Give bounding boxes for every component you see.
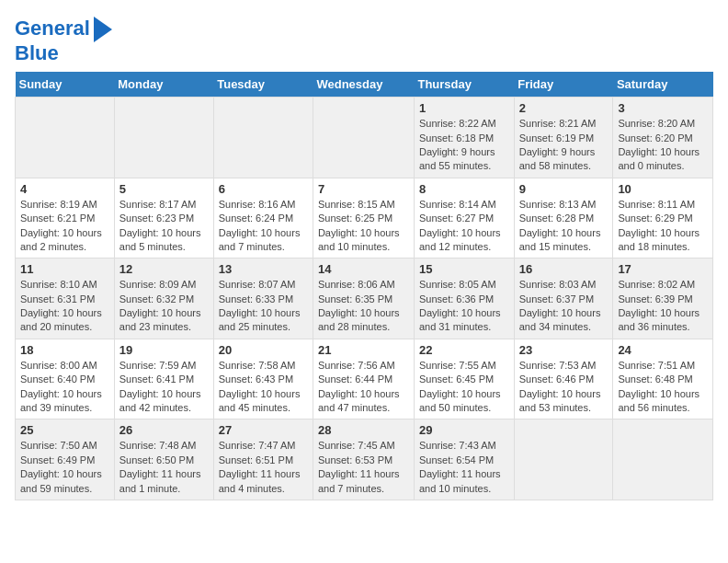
calendar-cell: 28Sunrise: 7:45 AMSunset: 6:53 PMDayligh… xyxy=(313,419,414,500)
calendar-cell xyxy=(16,98,115,178)
calendar-cell: 16Sunrise: 8:03 AMSunset: 6:37 PMDayligh… xyxy=(514,259,613,339)
calendar-cell: 24Sunrise: 7:51 AMSunset: 6:48 PMDayligh… xyxy=(613,339,713,419)
day-detail: Sunrise: 8:13 AMSunset: 6:28 PMDaylight:… xyxy=(519,198,609,255)
day-detail: Sunrise: 7:55 AMSunset: 6:45 PMDaylight:… xyxy=(419,359,509,416)
calendar-cell: 27Sunrise: 7:47 AMSunset: 6:51 PMDayligh… xyxy=(213,419,313,500)
calendar-cell: 12Sunrise: 8:09 AMSunset: 6:32 PMDayligh… xyxy=(114,259,213,339)
calendar-header-row: SundayMondayTuesdayWednesdayThursdayFrid… xyxy=(16,72,713,98)
calendar-cell: 18Sunrise: 8:00 AMSunset: 6:40 PMDayligh… xyxy=(16,339,115,419)
calendar-cell xyxy=(213,98,313,178)
calendar-cell: 14Sunrise: 8:06 AMSunset: 6:35 PMDayligh… xyxy=(313,259,414,339)
calendar-cell: 10Sunrise: 8:11 AMSunset: 6:29 PMDayligh… xyxy=(613,178,713,259)
day-number: 11 xyxy=(20,262,109,276)
day-detail: Sunrise: 8:00 AMSunset: 6:40 PMDaylight:… xyxy=(20,359,109,416)
calendar-cell xyxy=(514,419,613,500)
day-number: 17 xyxy=(618,262,708,276)
day-number: 10 xyxy=(618,182,708,196)
day-detail: Sunrise: 7:53 AMSunset: 6:46 PMDaylight:… xyxy=(519,359,609,416)
day-detail: Sunrise: 7:48 AMSunset: 6:50 PMDaylight:… xyxy=(119,439,209,496)
day-number: 5 xyxy=(119,182,209,196)
calendar-cell: 8Sunrise: 8:14 AMSunset: 6:27 PMDaylight… xyxy=(414,178,514,259)
logo-general: General xyxy=(15,17,90,40)
day-detail: Sunrise: 8:20 AMSunset: 6:20 PMDaylight:… xyxy=(618,117,708,174)
header-friday: Friday xyxy=(514,72,613,98)
calendar-week-2: 4Sunrise: 8:19 AMSunset: 6:21 PMDaylight… xyxy=(16,178,713,259)
calendar-cell xyxy=(613,419,713,500)
day-number: 19 xyxy=(119,343,209,357)
calendar-cell: 20Sunrise: 7:58 AMSunset: 6:43 PMDayligh… xyxy=(213,339,313,419)
calendar-cell: 25Sunrise: 7:50 AMSunset: 6:49 PMDayligh… xyxy=(16,419,115,500)
calendar-cell: 4Sunrise: 8:19 AMSunset: 6:21 PMDaylight… xyxy=(16,178,115,259)
day-number: 2 xyxy=(519,101,609,115)
day-detail: Sunrise: 8:10 AMSunset: 6:31 PMDaylight:… xyxy=(20,278,109,335)
day-number: 25 xyxy=(20,423,109,437)
day-number: 23 xyxy=(519,343,609,357)
day-detail: Sunrise: 7:51 AMSunset: 6:48 PMDaylight:… xyxy=(618,359,708,416)
header-wednesday: Wednesday xyxy=(313,72,414,98)
day-number: 14 xyxy=(318,262,409,276)
calendar-cell: 23Sunrise: 7:53 AMSunset: 6:46 PMDayligh… xyxy=(514,339,613,419)
calendar-cell: 9Sunrise: 8:13 AMSunset: 6:28 PMDaylight… xyxy=(514,178,613,259)
day-detail: Sunrise: 8:17 AMSunset: 6:23 PMDaylight:… xyxy=(119,198,209,255)
calendar-cell xyxy=(313,98,414,178)
calendar-cell: 11Sunrise: 8:10 AMSunset: 6:31 PMDayligh… xyxy=(16,259,115,339)
day-detail: Sunrise: 8:14 AMSunset: 6:27 PMDaylight:… xyxy=(419,198,509,255)
day-number: 20 xyxy=(219,343,308,357)
logo-blue: Blue xyxy=(15,42,59,64)
day-detail: Sunrise: 8:07 AMSunset: 6:33 PMDaylight:… xyxy=(219,278,308,335)
day-number: 3 xyxy=(618,101,708,115)
day-detail: Sunrise: 8:09 AMSunset: 6:32 PMDaylight:… xyxy=(119,278,209,335)
calendar-cell: 5Sunrise: 8:17 AMSunset: 6:23 PMDaylight… xyxy=(114,178,213,259)
day-number: 8 xyxy=(419,182,509,196)
day-detail: Sunrise: 7:56 AMSunset: 6:44 PMDaylight:… xyxy=(318,359,409,416)
day-number: 7 xyxy=(318,182,409,196)
calendar-cell: 17Sunrise: 8:02 AMSunset: 6:39 PMDayligh… xyxy=(613,259,713,339)
day-detail: Sunrise: 8:02 AMSunset: 6:39 PMDaylight:… xyxy=(618,278,708,335)
day-number: 9 xyxy=(519,182,609,196)
day-detail: Sunrise: 7:50 AMSunset: 6:49 PMDaylight:… xyxy=(20,439,109,496)
day-number: 16 xyxy=(519,262,609,276)
day-detail: Sunrise: 8:15 AMSunset: 6:25 PMDaylight:… xyxy=(318,198,409,255)
day-detail: Sunrise: 8:19 AMSunset: 6:21 PMDaylight:… xyxy=(20,198,109,255)
logo: General Blue xyxy=(15,15,112,64)
day-number: 28 xyxy=(318,423,409,437)
calendar-cell: 2Sunrise: 8:21 AMSunset: 6:19 PMDaylight… xyxy=(514,98,613,178)
header-monday: Monday xyxy=(114,72,213,98)
calendar-cell: 7Sunrise: 8:15 AMSunset: 6:25 PMDaylight… xyxy=(313,178,414,259)
calendar-week-5: 25Sunrise: 7:50 AMSunset: 6:49 PMDayligh… xyxy=(16,419,713,500)
day-number: 21 xyxy=(318,343,409,357)
day-detail: Sunrise: 7:47 AMSunset: 6:51 PMDaylight:… xyxy=(219,439,308,496)
day-detail: Sunrise: 7:58 AMSunset: 6:43 PMDaylight:… xyxy=(219,359,308,416)
header-thursday: Thursday xyxy=(414,72,514,98)
day-number: 13 xyxy=(219,262,308,276)
calendar-cell: 13Sunrise: 8:07 AMSunset: 6:33 PMDayligh… xyxy=(213,259,313,339)
calendar-cell: 19Sunrise: 7:59 AMSunset: 6:41 PMDayligh… xyxy=(114,339,213,419)
calendar-cell: 21Sunrise: 7:56 AMSunset: 6:44 PMDayligh… xyxy=(313,339,414,419)
calendar-cell xyxy=(114,98,213,178)
day-number: 29 xyxy=(419,423,509,437)
day-detail: Sunrise: 8:05 AMSunset: 6:36 PMDaylight:… xyxy=(419,278,509,335)
day-number: 1 xyxy=(419,101,509,115)
header-sunday: Sunday xyxy=(16,72,115,98)
calendar-cell: 1Sunrise: 8:22 AMSunset: 6:18 PMDaylight… xyxy=(414,98,514,178)
day-detail: Sunrise: 8:11 AMSunset: 6:29 PMDaylight:… xyxy=(618,198,708,255)
day-number: 22 xyxy=(419,343,509,357)
calendar-cell: 15Sunrise: 8:05 AMSunset: 6:36 PMDayligh… xyxy=(414,259,514,339)
day-number: 18 xyxy=(20,343,109,357)
calendar-table: SundayMondayTuesdayWednesdayThursdayFrid… xyxy=(15,72,713,500)
day-detail: Sunrise: 8:03 AMSunset: 6:37 PMDaylight:… xyxy=(519,278,609,335)
day-number: 26 xyxy=(119,423,209,437)
day-number: 15 xyxy=(419,262,509,276)
day-detail: Sunrise: 7:43 AMSunset: 6:54 PMDaylight:… xyxy=(419,439,509,496)
day-detail: Sunrise: 7:45 AMSunset: 6:53 PMDaylight:… xyxy=(318,439,409,496)
page-header: General Blue xyxy=(15,15,713,64)
calendar-cell: 29Sunrise: 7:43 AMSunset: 6:54 PMDayligh… xyxy=(414,419,514,500)
day-number: 12 xyxy=(119,262,209,276)
calendar-week-4: 18Sunrise: 8:00 AMSunset: 6:40 PMDayligh… xyxy=(16,339,713,419)
day-detail: Sunrise: 8:22 AMSunset: 6:18 PMDaylight:… xyxy=(419,117,509,174)
calendar-cell: 3Sunrise: 8:20 AMSunset: 6:20 PMDaylight… xyxy=(613,98,713,178)
calendar-week-1: 1Sunrise: 8:22 AMSunset: 6:18 PMDaylight… xyxy=(16,98,713,178)
header-saturday: Saturday xyxy=(613,72,713,98)
header-tuesday: Tuesday xyxy=(213,72,313,98)
calendar-week-3: 11Sunrise: 8:10 AMSunset: 6:31 PMDayligh… xyxy=(16,259,713,339)
